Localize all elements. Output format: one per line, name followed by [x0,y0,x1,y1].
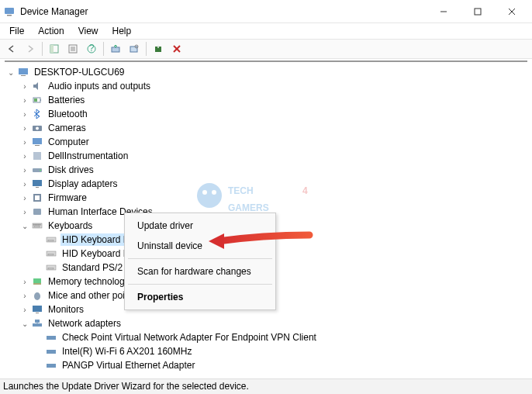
memory-icon [31,275,43,288]
uninstall-device-button[interactable] [168,40,185,57]
network-adapter-icon [45,331,57,344]
titlebar: Device Manager [0,0,532,23]
scan-hardware-button[interactable] [126,40,143,57]
tree-item-label: DellInstrumentation [47,150,130,162]
tree-item-bluetooth[interactable]: ›Bluetooth [6,107,526,121]
tree-root[interactable]: ⌄ DESKTOP-ULGCU69 [6,65,526,79]
twisty-open-icon[interactable]: ⌄ [6,67,16,77]
svg-rect-33 [36,187,39,188]
context-uninstall-device[interactable]: Uninstall device [126,236,274,256]
back-button[interactable] [3,40,20,57]
svg-rect-0 [5,8,14,14]
twisty-closed-icon[interactable]: › [20,123,29,133]
twisty-closed-icon[interactable]: › [20,95,29,105]
tree-item-label: Disk drives [47,164,95,176]
twisty-closed-icon[interactable]: › [20,109,29,119]
tree-item-display-adapters[interactable]: ›Display adapters [6,177,526,191]
menu-file[interactable]: File [3,24,30,38]
tree-item-cameras[interactable]: ›Cameras [6,121,526,135]
devmgr-icon [3,5,16,18]
context-scan-hardware[interactable]: Scan for hardware changes [126,261,274,282]
svg-rect-45 [48,240,54,242]
computer-icon [31,136,43,148]
tree-item-firmware[interactable]: ›Firmware [6,191,526,205]
tree-item-label: Intel(R) Wi-Fi 6 AX201 160MHz [60,345,193,358]
forward-button[interactable] [22,40,39,57]
tree-item-disk-drives[interactable]: ›Disk drives [6,163,526,177]
context-update-driver[interactable]: Update driver [126,216,274,236]
tree-item-label: Firmware [47,192,88,204]
twisty-closed-icon[interactable]: › [20,81,29,91]
enable-device-button[interactable] [150,40,167,57]
menu-view[interactable]: View [72,24,105,38]
tree-item-network-child[interactable]: TAP-Windows Adapter V9 [6,372,526,375]
twisty-closed-icon[interactable]: › [20,151,29,161]
svg-rect-32 [33,180,42,186]
twisty-open-icon[interactable]: ⌄ [20,221,29,230]
svg-rect-21 [21,75,26,76]
svg-rect-50 [33,278,41,283]
hid-icon [31,206,43,218]
tree-item-dellinstrumentation[interactable]: ›DellInstrumentation [6,149,526,163]
tree-item-label: Network adapters [47,317,123,330]
svg-rect-36 [33,209,41,215]
tree-item-network-adapters[interactable]: ⌄Network adapters [6,316,526,330]
tree-item-label: HID Keyboard D [60,233,131,246]
tree-item-label: Batteries [47,94,86,106]
keyboard-icon [45,261,57,274]
svg-rect-49 [48,268,54,270]
tree-item-audio[interactable]: ›Audio inputs and outputs [6,79,526,93]
display-icon [31,178,43,190]
svg-rect-23 [40,99,41,101]
network-adapter-icon [45,373,57,375]
twisty-closed-icon[interactable]: › [20,137,29,147]
menu-action[interactable]: Action [32,24,70,38]
twisty-open-icon[interactable]: ⌄ [20,319,29,328]
tree-item-network-child[interactable]: Intel(R) Wi-Fi 6 AX201 160MHz [6,344,526,358]
tree-item-label: Keyboards [47,219,94,232]
properties-button[interactable] [64,40,81,57]
svg-rect-24 [34,98,37,102]
svg-rect-53 [33,306,42,312]
minimize-button[interactable] [427,1,461,22]
tree-item-batteries[interactable]: ›Batteries [6,93,526,107]
firmware-icon [31,192,43,204]
tree-item-label: Display adapters [47,178,119,190]
twisty-closed-icon[interactable]: › [20,305,29,314]
svg-point-52 [34,292,40,300]
tree-item-label: Computer [47,136,91,148]
svg-point-31 [40,170,41,171]
toolbar: ? [0,39,532,59]
svg-rect-58 [47,336,56,340]
svg-rect-27 [33,138,42,144]
svg-rect-35 [35,195,40,200]
menu-help[interactable]: Help [106,24,138,38]
close-button[interactable] [495,1,529,22]
twisty-closed-icon[interactable]: › [20,193,29,202]
tree-item-computer[interactable]: ›Computer [6,135,526,149]
svg-rect-43 [34,226,40,228]
twisty-closed-icon[interactable]: › [20,165,29,175]
svg-text:?: ? [89,43,95,54]
help-button[interactable]: ? [83,40,100,57]
twisty-closed-icon[interactable]: › [20,179,29,188]
tree-item-network-child[interactable]: PANGP Virtual Ethernet Adapter [6,358,526,372]
svg-rect-41 [38,224,40,226]
update-driver-button[interactable] [107,40,124,57]
svg-rect-60 [47,364,56,368]
svg-rect-3 [475,9,481,15]
keyboard-icon [45,247,57,260]
twisty-closed-icon[interactable]: › [20,291,29,300]
svg-rect-15 [130,47,137,52]
svg-rect-1 [7,15,12,16]
twisty-closed-icon[interactable]: › [20,207,29,216]
show-hide-tree-button[interactable] [46,40,63,57]
context-properties[interactable]: Properties [126,287,274,307]
svg-rect-38 [33,224,35,226]
twisty-closed-icon[interactable]: › [20,277,29,286]
context-menu-separator [128,258,272,259]
tree-item-network-child[interactable]: Check Point Virtual Network Adapter For … [6,330,526,344]
maximize-button[interactable] [461,1,495,22]
tree-item-label: TAP-Windows Adapter V9 [60,373,171,375]
monitor-icon [31,303,43,316]
